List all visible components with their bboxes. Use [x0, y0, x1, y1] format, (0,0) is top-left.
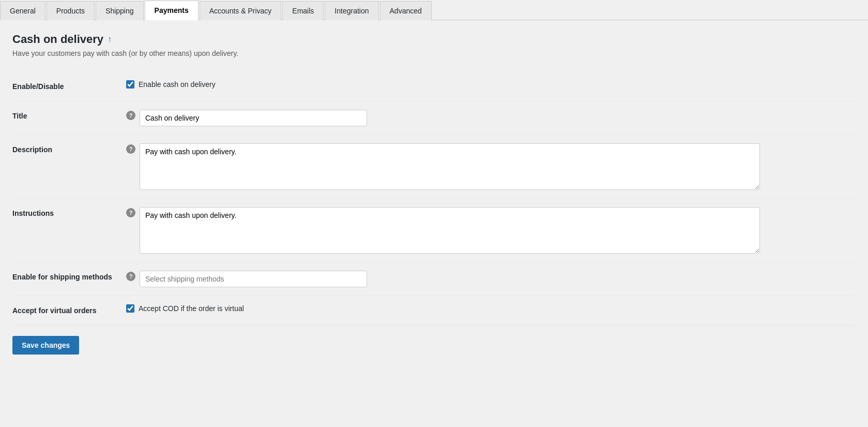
virtual-orders-checkbox-label[interactable]: Accept COD if the order is virtual: [126, 304, 856, 313]
tab-advanced[interactable]: Advanced: [380, 1, 432, 20]
description-field-row: ? Pay with cash upon delivery.: [126, 143, 856, 190]
shipping-methods-input[interactable]: [140, 271, 367, 287]
page-title: Cash on delivery ↑: [12, 33, 856, 46]
title-help-icon[interactable]: ?: [126, 111, 135, 120]
tab-integration[interactable]: Integration: [325, 1, 378, 20]
instructions-field-row: ? Pay with cash upon delivery.: [126, 207, 856, 254]
tab-shipping[interactable]: Shipping: [96, 1, 144, 20]
enable-disable-checkbox[interactable]: [126, 80, 134, 89]
tab-products[interactable]: Products: [47, 1, 95, 20]
page-title-text: Cash on delivery: [12, 33, 103, 46]
description-label: Description: [12, 145, 52, 154]
enable-disable-checkbox-text: Enable cash on delivery: [139, 80, 216, 89]
instructions-label: Instructions: [12, 209, 54, 217]
title-label: Title: [12, 112, 27, 120]
virtual-orders-row: Accept for virtual orders Accept COD if …: [12, 296, 856, 326]
tab-general[interactable]: General: [0, 1, 45, 20]
description-textarea[interactable]: Pay with cash upon delivery.: [140, 143, 760, 190]
shipping-methods-field-row: ?: [126, 271, 856, 287]
instructions-row: Instructions ? Pay with cash upon delive…: [12, 199, 856, 262]
virtual-orders-checkbox[interactable]: [126, 304, 134, 313]
instructions-help-icon[interactable]: ?: [126, 208, 135, 217]
title-field-row: ?: [126, 110, 856, 126]
tab-payments[interactable]: Payments: [145, 1, 199, 20]
content-area: Cash on delivery ↑ Have your customers p…: [0, 20, 868, 382]
tabs-bar: General Products Shipping Payments Accou…: [0, 0, 868, 20]
description-row: Description ? Pay with cash upon deliver…: [12, 135, 856, 199]
enable-disable-checkbox-label[interactable]: Enable cash on delivery: [126, 80, 856, 89]
arrow-up-icon: ↑: [108, 35, 112, 44]
settings-form: Enable/Disable Enable cash on delivery T…: [12, 72, 856, 326]
virtual-orders-label: Accept for virtual orders: [12, 306, 97, 315]
title-row: Title ?: [12, 101, 856, 135]
title-input[interactable]: [140, 110, 367, 126]
instructions-textarea[interactable]: Pay with cash upon delivery.: [140, 207, 760, 254]
enable-disable-label: Enable/Disable: [12, 82, 64, 91]
shipping-methods-label: Enable for shipping methods: [12, 273, 112, 281]
page-title-link[interactable]: ↑: [108, 35, 112, 44]
tab-accounts-privacy[interactable]: Accounts & Privacy: [200, 1, 282, 20]
save-changes-button[interactable]: Save changes: [12, 336, 79, 355]
shipping-methods-help-icon[interactable]: ?: [126, 272, 135, 281]
tab-emails[interactable]: Emails: [282, 1, 324, 20]
description-help-icon[interactable]: ?: [126, 144, 135, 154]
enable-disable-row: Enable/Disable Enable cash on delivery: [12, 72, 856, 101]
virtual-orders-checkbox-text: Accept COD if the order is virtual: [139, 304, 244, 313]
shipping-methods-row: Enable for shipping methods ?: [12, 262, 856, 296]
page-subtitle: Have your customers pay with cash (or by…: [12, 49, 856, 57]
